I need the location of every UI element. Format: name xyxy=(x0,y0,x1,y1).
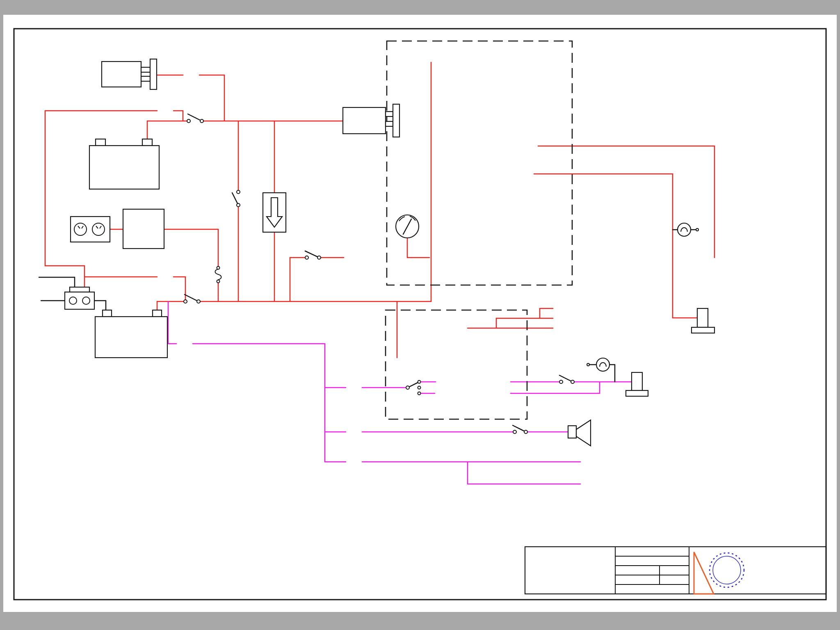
schematic-canvas xyxy=(0,0,840,630)
gpo-symbol xyxy=(71,217,110,242)
voltage-sensitive-relay-symbol xyxy=(263,193,286,232)
engine-battery-symbol xyxy=(89,139,159,189)
screenshot-stage xyxy=(0,0,840,630)
voltmeter-symbol xyxy=(396,215,419,238)
paper-sheet xyxy=(3,15,837,612)
battery-charger-symbol xyxy=(123,209,164,249)
house-battery-symbol xyxy=(95,310,167,358)
